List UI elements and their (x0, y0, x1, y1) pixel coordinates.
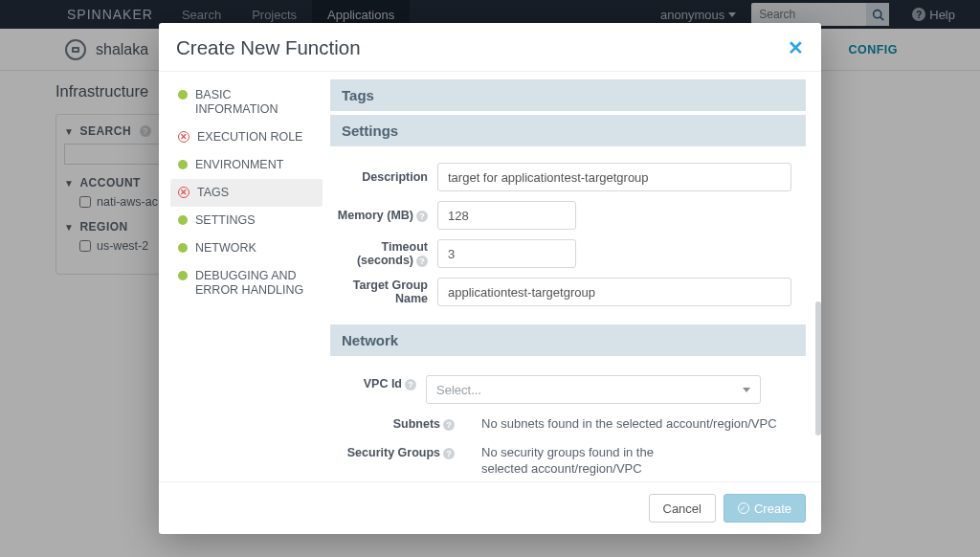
cancel-button[interactable]: Cancel (649, 494, 716, 523)
vpc-placeholder: Select... (436, 383, 481, 397)
close-icon[interactable]: ✕ (788, 36, 804, 59)
subnets-label: Subnets? (330, 415, 464, 431)
status-ok-icon (178, 243, 188, 253)
wiz-tags[interactable]: ✕TAGS (170, 179, 323, 207)
memory-input[interactable] (437, 201, 576, 230)
scrollbar[interactable] (815, 301, 821, 435)
modal-title: Create New Function (176, 36, 361, 59)
help-icon[interactable]: ? (443, 419, 455, 431)
target-group-label: Target Group Name (330, 278, 437, 305)
help-icon[interactable]: ? (443, 448, 455, 459)
wiz-settings[interactable]: SETTINGS (170, 207, 323, 234)
vpc-label: VPC Id? (330, 375, 426, 390)
help-icon[interactable]: ? (416, 211, 428, 222)
description-input[interactable] (437, 163, 791, 191)
vpc-select[interactable]: Select... (426, 375, 761, 404)
wiz-execution-role[interactable]: ✕EXECUTION ROLE (170, 123, 323, 151)
wiz-network[interactable]: NETWORK (170, 234, 323, 262)
target-group-input[interactable] (437, 278, 791, 306)
status-error-icon: ✕ (178, 187, 189, 198)
status-ok-icon (178, 160, 188, 169)
security-groups-message: No security groups found in the selected… (464, 444, 675, 478)
help-icon[interactable]: ? (405, 379, 416, 390)
help-icon[interactable]: ? (416, 256, 428, 267)
memory-label: Memory (MB)? (330, 209, 437, 222)
wiz-environment[interactable]: ENVIRONMENT (170, 151, 323, 179)
status-error-icon: ✕ (178, 131, 189, 143)
status-ok-icon (178, 271, 188, 280)
modal-footer: Cancel ✓ Create (159, 481, 821, 534)
description-label: Description (330, 170, 437, 184)
modal-overlay: Create New Function ✕ BASIC INFORMATION … (0, 0, 980, 557)
create-button[interactable]: ✓ Create (724, 494, 806, 523)
subnets-message: No subnets found in the selected account… (464, 415, 806, 433)
check-icon: ✓ (738, 502, 749, 514)
timeout-input[interactable] (437, 239, 576, 268)
section-network: Network (330, 324, 806, 356)
section-settings: Settings (330, 115, 806, 146)
security-groups-label: Security Groups? (330, 444, 464, 459)
chevron-down-icon (743, 388, 750, 392)
status-ok-icon (178, 90, 188, 100)
create-button-label: Create (754, 501, 791, 516)
wiz-debugging[interactable]: DEBUGGING AND ERROR HANDLING (170, 262, 323, 304)
wizard-content[interactable]: Tags Settings Description Memory (MB)? T… (326, 72, 821, 481)
create-function-modal: Create New Function ✕ BASIC INFORMATION … (159, 23, 821, 534)
status-ok-icon (178, 215, 188, 225)
section-tags: Tags (330, 79, 806, 111)
wiz-basic-information[interactable]: BASIC INFORMATION (170, 81, 323, 123)
wizard-nav: BASIC INFORMATION ✕EXECUTION ROLE ENVIRO… (159, 72, 326, 481)
timeout-label: Timeout (seconds)? (330, 240, 437, 267)
